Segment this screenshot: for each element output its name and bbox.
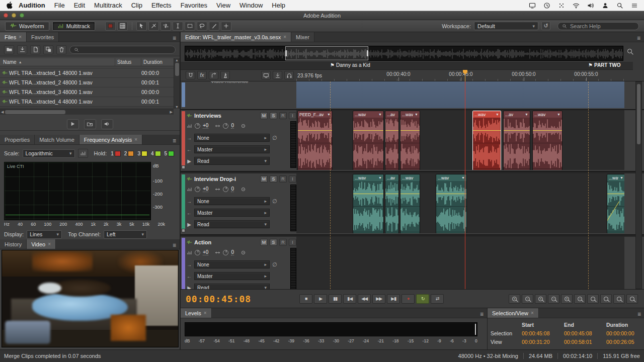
fast-forward-button[interactable]: ▶▶	[372, 294, 385, 304]
close-icon[interactable]: ×	[19, 34, 22, 40]
end-value[interactable]: 00:00:45:08	[564, 330, 606, 336]
clip-header[interactable]: ...wav▼	[353, 111, 383, 118]
track-mute-button[interactable]: M	[260, 175, 268, 183]
track-color-strip[interactable]	[182, 174, 185, 232]
track-solo-button[interactable]: S	[270, 239, 277, 246]
close-icon[interactable]: ×	[134, 137, 137, 142]
zoom-to-selection-button[interactable]	[613, 294, 625, 304]
automation-mode-dropdown[interactable]: Read▾	[194, 284, 270, 289]
video-monitor-button[interactable]	[261, 71, 271, 79]
track-name[interactable]: Interview Drop-i	[194, 176, 236, 182]
tab-properties[interactable]: Properties	[0, 135, 35, 144]
track-lane[interactable]: PEED_F...av▼...wav▼...av...wav▼...wav▼..…	[296, 110, 624, 170]
zoom-out-horizontal-button[interactable]: −	[548, 294, 559, 304]
pan-knob[interactable]	[223, 123, 228, 129]
scrollbar-thumb[interactable]	[5, 110, 65, 114]
send-assignment-dropdown[interactable]: Master▸	[194, 272, 270, 280]
zoom-in-horizontal-button[interactable]: +	[535, 294, 546, 304]
volume-envelope-line[interactable]	[607, 194, 624, 194]
volume-envelope-line[interactable]	[353, 130, 383, 131]
play-button[interactable]: ▶	[314, 294, 327, 304]
track-monitor-input-button[interactable]: I	[289, 112, 296, 119]
volume-icon[interactable]	[587, 2, 594, 9]
clip-menu-icon[interactable]: ▼	[415, 113, 418, 116]
panel-menu-icon[interactable]: ≡	[633, 35, 644, 42]
loop-preview-button[interactable]	[101, 119, 113, 129]
timeline-ruler[interactable]: fx 23.976 fps 00:00:40:000:00:45:000:00:…	[181, 70, 644, 81]
send-assignment-dropdown[interactable]: Master▸	[194, 145, 270, 153]
column-status[interactable]: Status	[115, 58, 141, 66]
zoom-in-button[interactable]: +	[509, 294, 520, 304]
audio-clip[interactable]: ...av	[385, 111, 399, 170]
automation-mode-dropdown[interactable]: Read▾	[194, 220, 270, 228]
clip-header[interactable]: ...wav▼	[473, 111, 501, 118]
clip-header[interactable]: ...wav▼	[400, 111, 420, 118]
close-icon[interactable]: ×	[531, 310, 534, 316]
display-dropdown[interactable]: Lines ▾	[27, 230, 62, 239]
timecode-display[interactable]: 00:00:45:08	[186, 294, 251, 304]
display-icon[interactable]	[529, 2, 536, 9]
duration-value[interactable]: 00:00:00:00	[606, 330, 644, 336]
volume-envelope-line[interactable]	[436, 194, 466, 194]
viewport-right-handle[interactable]	[367, 50, 368, 56]
clip-menu-icon[interactable]: ▼	[525, 113, 528, 116]
global-fx-button[interactable]: fx	[197, 71, 207, 79]
record-button[interactable]: ●	[401, 294, 415, 304]
scale-dropdown[interactable]: Logarithmic ▾	[23, 149, 75, 158]
timeline-marker[interactable]: ⚑PART TWO	[588, 62, 621, 68]
audio-clip[interactable]: ...wav▼	[400, 111, 420, 170]
rewind-button[interactable]: ◀◀	[358, 294, 371, 304]
audio-clip[interactable]: ...wav▼	[532, 111, 562, 170]
hold-button-2[interactable]: 2	[124, 151, 134, 156]
track-select-box[interactable]	[182, 165, 185, 169]
power-off-icon[interactable]: ∅	[272, 261, 277, 268]
volume-value[interactable]: +0	[203, 123, 208, 129]
effects-slot-dropdown[interactable]: None▸	[194, 197, 270, 205]
track-color-strip[interactable]	[182, 111, 185, 169]
clip-menu-icon[interactable]: ▼	[557, 113, 560, 116]
volume-value[interactable]: +0	[203, 249, 208, 255]
volume-envelope-line[interactable]	[473, 130, 501, 131]
time-machine-icon[interactable]	[543, 2, 550, 9]
audio-clip[interactable]: PEED_F...av▼	[297, 111, 333, 170]
audio-clip-selected[interactable]: ...wav▼	[472, 111, 501, 170]
stop-button[interactable]: ■	[299, 294, 312, 304]
track-solo-button[interactable]: S	[270, 112, 277, 119]
apple-menu-icon[interactable]	[6, 2, 13, 9]
panel-menu-icon[interactable]: ≡	[169, 137, 180, 144]
multitrack-view-button[interactable]: Multitrack	[52, 22, 95, 31]
column-duration[interactable]: Duration	[141, 58, 174, 66]
track-monitor-input-button[interactable]: I	[289, 175, 296, 183]
tab-frequency-analysis[interactable]: Frequency Analysis ×	[79, 135, 142, 144]
tab-video[interactable]: Video ×	[27, 239, 56, 249]
move-to-next-button[interactable]: ▶▮	[387, 294, 400, 304]
pan-knob[interactable]	[223, 187, 228, 192]
tab-editor-session[interactable]: Editor: WFL_trailer_master_v3.0a.sesx ×	[181, 32, 291, 42]
effects-slot-dropdown[interactable]: None▸	[194, 134, 270, 142]
files-horizontal-scrollbar[interactable]: ◀ ▶	[0, 109, 174, 115]
metronome-button[interactable]	[220, 71, 230, 79]
track-video-reference[interactable]: Video Reference	[181, 81, 644, 110]
notification-list-icon[interactable]	[631, 2, 638, 9]
close-icon[interactable]: ×	[283, 34, 286, 40]
menu-clip[interactable]: Clip	[131, 2, 142, 9]
search-help-field[interactable]: Search Help	[557, 22, 639, 30]
lasso-selection-tool-button[interactable]	[197, 22, 207, 31]
slip-tool-button[interactable]	[160, 22, 171, 31]
panel-menu-icon[interactable]: ≡	[169, 242, 180, 249]
color-swatch-button[interactable]	[105, 22, 116, 31]
menu-edit[interactable]: Edit	[74, 2, 85, 9]
clip-header[interactable]: ...wav	[400, 174, 420, 181]
spot-healing-tool-button[interactable]	[221, 22, 231, 31]
end-value[interactable]: 00:00:58:01	[564, 339, 606, 345]
razor-tool-button[interactable]	[148, 22, 159, 31]
top-channel-dropdown[interactable]: Left ▾	[104, 230, 147, 239]
track-record-arm-button[interactable]: R	[279, 112, 287, 119]
volume-envelope-line[interactable]	[400, 130, 420, 131]
skip-selection-button[interactable]: ⇄	[431, 294, 444, 304]
volume-value[interactable]: +0	[203, 186, 208, 192]
import-file-button[interactable]	[17, 45, 27, 54]
reset-workspace-button[interactable]: ↺	[541, 22, 550, 30]
viewport-left-handle[interactable]	[285, 50, 287, 56]
start-value[interactable]: 00:00:45:08	[522, 330, 564, 336]
